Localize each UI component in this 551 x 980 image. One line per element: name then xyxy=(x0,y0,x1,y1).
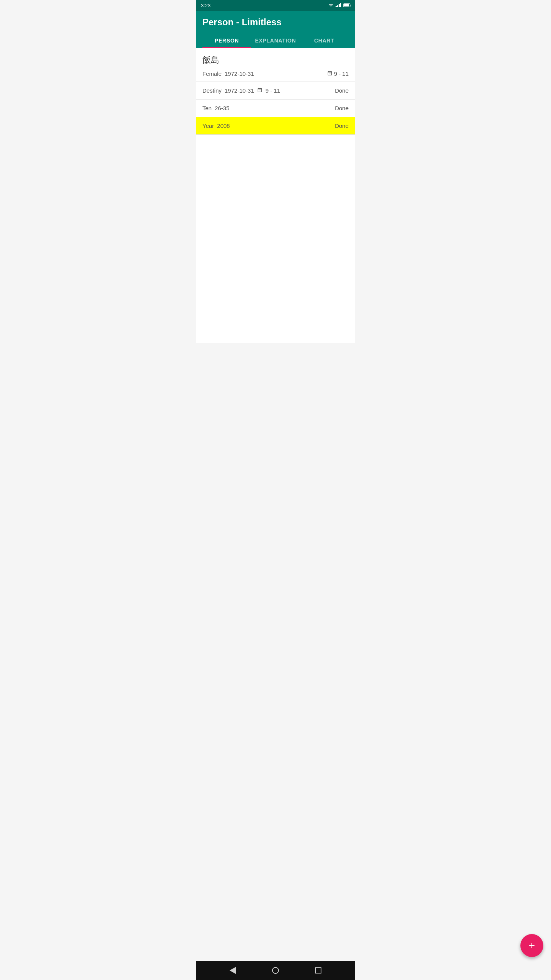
tab-explanation[interactable]: EXPLANATION xyxy=(251,33,300,48)
ten-row-left: Ten 26-35 xyxy=(202,105,230,111)
ten-date: 26-35 xyxy=(215,105,229,111)
tab-chart[interactable]: CHART xyxy=(300,33,349,48)
person-gender: Female xyxy=(202,70,222,77)
person-name: 飯島 xyxy=(196,48,355,67)
header: Person - Limitless PERSON EXPLANATION CH… xyxy=(196,11,355,48)
tab-person[interactable]: PERSON xyxy=(202,33,251,48)
year-row[interactable]: Year 2008 Done xyxy=(196,117,355,135)
year-row-left: Year 2008 xyxy=(202,122,230,129)
person-basic-left: Female 1972-10-31 xyxy=(202,70,254,77)
ten-type: Ten xyxy=(202,105,212,111)
destiny-date: 1972-10-31 xyxy=(225,87,254,94)
year-date: 2008 xyxy=(217,122,230,129)
person-box-label: 9 - 11 xyxy=(334,70,349,77)
destiny-row-left: Destiny 1972-10-31 9 - 11 xyxy=(202,87,280,94)
person-basic-row: Female 1972-10-31 9 - 11 xyxy=(196,67,355,82)
destiny-status: Done xyxy=(335,87,349,94)
ten-row[interactable]: Ten 26-35 Done xyxy=(196,100,355,117)
destiny-calendar-icon xyxy=(257,87,262,94)
content-area: 飯島 Female 1972-10-31 9 - 11 Destiny 1972… xyxy=(196,48,355,343)
year-type: Year xyxy=(202,122,214,129)
destiny-row[interactable]: Destiny 1972-10-31 9 - 11 Done xyxy=(196,82,355,100)
page-title: Person - Limitless xyxy=(202,17,349,33)
wifi-icon xyxy=(328,3,334,8)
year-status: Done xyxy=(335,122,349,129)
ten-status: Done xyxy=(335,105,349,111)
calendar-icon xyxy=(327,70,333,77)
destiny-box-label: 9 - 11 xyxy=(266,87,280,94)
person-birthdate: 1972-10-31 xyxy=(225,70,254,77)
signal-icon xyxy=(336,3,341,8)
status-time: 3:23 xyxy=(201,3,210,8)
status-bar: 3:23 xyxy=(196,0,355,11)
battery-icon xyxy=(343,3,350,8)
svg-point-0 xyxy=(331,7,331,7)
status-icons xyxy=(328,3,350,8)
tab-bar: PERSON EXPLANATION CHART xyxy=(202,33,349,48)
person-basic-right: 9 - 11 xyxy=(327,70,349,77)
destiny-type: Destiny xyxy=(202,87,222,94)
